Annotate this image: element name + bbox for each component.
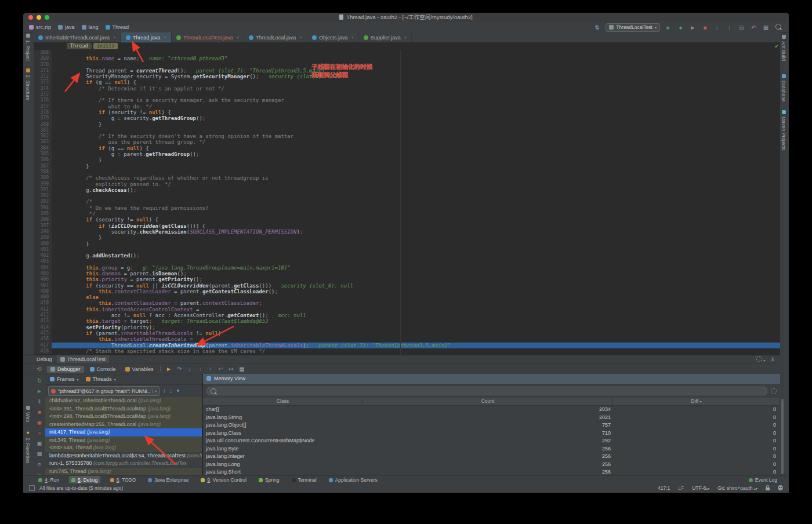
line-number[interactable]: 375 [34,92,52,97]
line-number[interactable]: 371 [34,68,52,74]
memory-class-row[interactable]: java.lang.String20210 [203,413,780,421]
line-number[interactable]: 414 [34,325,52,330]
chevron-down-icon[interactable]: ▾ [152,389,157,393]
line-number[interactable]: 372 [34,74,52,79]
code-line[interactable]: 411 this.inheritedAccessControlContext = [34,307,780,312]
code-line[interactable]: 378 if (security != null) { [34,110,780,115]
breadcrumb-method[interactable]: init() [93,43,118,49]
stack-frame-row[interactable]: childValue:62, InheritableThreadLocal (j… [45,397,202,405]
column-class[interactable]: Class [203,398,363,404]
tab-variables[interactable]: Variables [122,366,157,373]
editor-tab[interactable]: ThreadLocalTest.java× [172,32,244,42]
zoom-window-icon[interactable] [45,15,49,20]
toolwindow-button[interactable]: Spring [256,476,282,484]
line-ending[interactable]: LF [678,485,684,491]
force-step-into-icon[interactable]: ↓ [195,366,204,373]
drop-frame-icon[interactable]: ↩ [216,366,225,373]
line-number[interactable]: 383 [34,139,52,145]
breadcrumb-class[interactable]: Thread [67,43,92,49]
code-line[interactable]: 370 [34,62,780,68]
code-line[interactable]: 368 [34,50,780,56]
code-line[interactable]: 415 if (parent.inheritableThreadLocals !… [34,330,780,336]
memory-class-row[interactable]: java.lang.Byte2560 [203,445,780,453]
code-line[interactable]: 401 [34,247,780,253]
code-line[interactable]: 387 } [34,163,780,169]
code-line[interactable]: 396 if (security != null) { [34,217,780,223]
memory-view-header[interactable]: Memory View [203,374,780,384]
line-number[interactable]: 370 [34,62,52,68]
code-line[interactable]: 413 this.target = target; target: Thread… [34,318,780,324]
line-number[interactable]: 382 [34,133,52,139]
line-number[interactable]: 377 [34,104,52,110]
stripe-database[interactable]: Database [781,74,786,101]
code-line[interactable]: 391 g.checkAccess(); [34,187,780,193]
code-line[interactable]: 418 /* Stash the specified stack size in… [34,348,780,354]
line-number[interactable]: 404 [34,265,52,271]
git-branch[interactable]: Git: shiro+oauth ▴▾ [717,485,757,491]
code-line[interactable]: 389 /* checkAccess regardless of whether… [34,175,780,181]
hector-icon[interactable] [778,485,783,490]
coverage-icon[interactable]: ► [689,24,697,31]
close-tab-icon[interactable]: × [299,35,302,40]
column-count[interactable]: Count [363,398,613,404]
mute-breakpoints-icon[interactable]: ● [35,430,44,436]
line-number[interactable]: 373 [34,79,52,85]
encoding[interactable]: UTF-8▴▾ [692,485,709,491]
restore-layout-icon[interactable]: ⟲ [35,366,44,373]
code-line[interactable]: 383 use the parent thread group. */ [34,139,780,145]
memory-settings-gear-icon[interactable] [771,386,777,396]
stack-frame-row[interactable]: lambda$testInheritableThreadLocal$3:54, … [45,452,202,460]
code-line[interactable]: 379 g = security.getThreadGroup(); [34,115,780,121]
close-window-icon[interactable] [28,15,33,20]
code-line[interactable]: 377 what to do. */ [34,104,780,110]
code-line[interactable]: 388 [34,169,780,175]
restore-layout-icon[interactable]: ▦ [35,450,44,457]
line-number[interactable]: 417 [34,343,52,348]
search-everywhere-icon[interactable] [774,24,782,31]
code-line[interactable]: 374 /* Determine if it's an applet or no… [34,86,780,92]
close-tab-icon[interactable]: × [351,35,354,40]
memory-class-row[interactable]: char[]20340 [203,406,780,414]
code-line[interactable]: 405 this.daemon = parent.isDaemon(); [34,271,780,276]
vcs-update-icon[interactable]: ↓ [713,24,721,31]
code-line[interactable]: 372 SecurityManager security = System.ge… [34,74,780,79]
line-number[interactable]: 376 [34,97,52,103]
line-number[interactable]: 406 [34,276,52,282]
stripe-favorites[interactable]: ★2: Favorites [25,430,31,463]
lock-icon[interactable] [766,487,770,490]
toolwindow-button[interactable]: 9: Version Control [198,476,249,484]
code-line[interactable]: 392 [34,193,780,199]
code-line[interactable]: 376 /* If there is a security manager, a… [34,97,780,103]
code-line[interactable]: 393 /* [34,199,780,205]
memory-class-row[interactable]: java.lang.Integer2560 [203,453,780,461]
line-number[interactable]: 405 [34,271,52,276]
line-number[interactable]: 379 [34,115,52,121]
stop-icon[interactable]: ■ [701,24,709,31]
code-line[interactable]: 381 [34,128,780,133]
stripe-maven-projects[interactable]: Maven Projects [781,110,786,151]
stripe-project[interactable]: 1: Project [25,34,31,61]
line-number[interactable]: 418 [34,348,52,354]
code-line[interactable]: 412 acc != null ? acc : AccessController… [34,312,780,318]
code-area[interactable]: 368369 this.name = name; name: "cthread0… [34,50,780,354]
event-log-button[interactable]: Event Log [749,477,789,483]
hide-panel-icon[interactable]: ⊼ [771,357,774,362]
toolwindow-button[interactable]: Terminal [289,476,319,484]
line-number[interactable]: 395 [34,211,52,217]
code-line[interactable]: 402 g.addUnstarted(); [34,253,780,259]
tab-frames[interactable]: Frames▾ [50,376,79,382]
line-number[interactable]: 389 [34,175,52,181]
line-number[interactable]: 378 [34,110,52,115]
next-frame-icon[interactable]: ↓ [169,388,172,394]
column-diff[interactable]: Diff ▾ [613,398,780,404]
stripe-structure[interactable]: 2: Structure [25,68,31,100]
evaluate-expression-icon[interactable]: ▦ [237,366,246,373]
memory-class-row[interactable]: java.lang.Class7100 [203,429,780,437]
run-to-cursor-icon[interactable]: ↦ [227,366,235,373]
line-number[interactable]: 384 [34,145,52,151]
code-line[interactable]: 410 this.contextClassLoader = parent.con… [34,300,780,306]
tab-threads[interactable]: Threads▾ [86,376,116,382]
toolwindow-button[interactable]: Java Enterprise [146,476,191,484]
line-number[interactable]: 391 [34,187,52,193]
line-number[interactable]: 402 [34,253,52,259]
